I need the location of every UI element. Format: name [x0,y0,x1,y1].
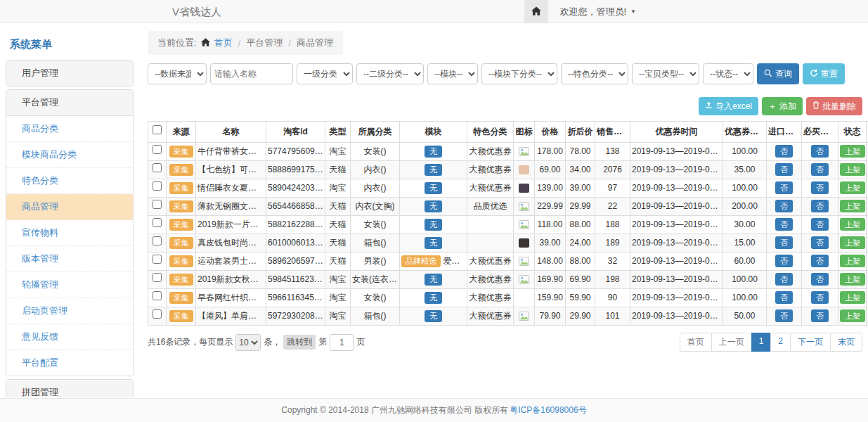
module-badge[interactable]: 无 [425,146,442,158]
pager-button[interactable]: 2 [770,333,791,352]
status-button[interactable]: 上架 [840,145,865,158]
import-toggle-button[interactable]: 否 [775,309,793,322]
module-badge[interactable]: 无 [425,274,442,286]
import-toggle-button[interactable]: 否 [775,145,793,158]
import-excel-button[interactable]: 导入excel [699,97,758,115]
module-badge[interactable]: 品牌精选 [401,255,441,267]
must-buy-toggle-button[interactable]: 否 [811,163,829,176]
sales-count-cell: 97 [595,179,630,198]
sidebar-item[interactable]: 版本管理 [6,246,133,272]
jump-button[interactable]: 跳转到 [283,335,316,350]
status-button[interactable]: 上架 [840,218,865,231]
must-buy-toggle-button[interactable]: 否 [811,273,829,286]
import-toggle-button[interactable]: 否 [775,200,793,212]
import-toggle-button[interactable]: 否 [775,236,793,249]
import-toggle-button[interactable]: 否 [775,255,793,267]
module-badge[interactable]: 无 [425,182,442,194]
must-buy-toggle-button[interactable]: 否 [811,291,829,304]
import-toggle-button[interactable]: 否 [775,181,793,194]
filter-select[interactable]: --二级分类-- [356,63,424,84]
sidebar-item[interactable]: 商品分类 [6,116,133,142]
must-buy-toggle-button[interactable]: 否 [811,145,829,158]
row-checkbox[interactable] [153,291,162,300]
sidebar-item[interactable]: 平台配置 [6,350,133,376]
page-size-select[interactable]: 10 [235,334,261,351]
filter-select[interactable]: --宝贝类型-- [632,63,699,84]
status-button[interactable]: 上架 [840,273,865,286]
footer: Copyright © 2014-2018 广州九驰网络科技有限公司 版权所有 … [0,398,868,422]
reset-button[interactable]: 重置 [803,63,845,84]
pager-button[interactable]: 1 [751,333,772,352]
taoke-id-cell: 598451162391 [266,271,325,289]
must-buy-toggle-button[interactable]: 否 [811,200,829,212]
pager-button[interactable]: 末页 [830,333,862,352]
sidebar-group[interactable]: 用户管理 [6,60,133,86]
sidebar-item[interactable]: 模块商品分类 [6,142,133,168]
add-button[interactable]: ＋ 添加 [762,97,803,115]
price-cell: 139.00 [535,179,566,198]
name-search-input[interactable] [210,63,293,84]
status-button[interactable]: 上架 [840,236,865,249]
must-buy-toggle-button[interactable]: 否 [811,255,829,267]
row-checkbox[interactable] [153,181,162,191]
import-toggle-button[interactable]: 否 [775,218,793,231]
module-badge[interactable]: 无 [425,164,442,176]
status-button[interactable]: 上架 [840,200,865,212]
import-toggle-button[interactable]: 否 [775,163,793,176]
module-badge[interactable]: 无 [425,200,442,212]
import-toggle-button[interactable]: 否 [775,291,793,304]
must-buy-toggle-button[interactable]: 否 [811,309,829,322]
batch-delete-button[interactable]: 批量删除 [806,97,862,115]
module-badge[interactable]: 无 [425,310,442,322]
status-button[interactable]: 上架 [840,163,865,176]
breadcrumb-home-link[interactable]: 首页 [214,37,233,49]
filter-select[interactable]: --特色分类-- [561,63,628,84]
row-checkbox[interactable] [153,200,162,209]
must-buy-toggle-button[interactable]: 否 [811,236,829,249]
row-checkbox[interactable] [153,273,162,282]
module-badge[interactable]: 无 [425,237,442,249]
module-badge[interactable]: 无 [425,219,442,231]
row-checkbox[interactable] [153,309,162,319]
query-button[interactable]: 查询 [757,63,799,84]
filter-select[interactable]: --模块下分类-- [481,63,557,84]
home-button[interactable] [524,0,548,23]
select-all-checkbox[interactable] [153,125,162,134]
sidebar-group[interactable]: 拼团管理 [6,380,133,397]
column-header: 所属分类 [351,122,400,143]
sidebar-item[interactable]: 商品管理 [6,194,133,220]
filter-select[interactable]: --状态-- [703,63,753,84]
status-button[interactable]: 上架 [840,309,865,322]
module-badge[interactable]: 无 [425,292,442,304]
filter-select[interactable]: 一级分类 [297,63,353,84]
must-buy-toggle-button[interactable]: 否 [811,218,829,231]
filter-select[interactable]: --模块-- [427,63,478,84]
source-cell: 采集 [167,252,196,271]
jump-page-input[interactable] [330,334,354,351]
icp-link[interactable]: 粤ICP备16098006号 [510,404,586,416]
sidebar-group[interactable]: 平台管理 [6,90,133,115]
row-checkbox[interactable] [153,218,162,227]
sidebar-item[interactable]: 轮播管理 [6,272,133,298]
row-checkbox[interactable] [153,145,162,154]
status-button[interactable]: 上架 [840,181,865,194]
must-buy-toggle-button[interactable]: 否 [811,181,829,194]
coupon-time-cell: 2019-09-13—2019-09-15 [630,252,723,271]
import-toggle-button[interactable]: 否 [775,273,793,286]
discount-price-cell: 29.90 [566,307,595,326]
status-button[interactable]: 上架 [840,255,865,267]
row-checkbox[interactable] [153,236,162,245]
taoke-id-cell: 596611634525 [266,289,325,307]
sidebar-item[interactable]: 宣传物料 [6,220,133,246]
status-button[interactable]: 上架 [840,291,865,304]
sidebar-item[interactable]: 特色分类 [6,168,133,194]
sidebar-item[interactable]: 意见反馈 [6,324,133,350]
discount-price-cell: 24.00 [566,234,595,252]
data-source-select[interactable]: --数据来源-- [148,63,207,84]
pager-button[interactable]: 下一页 [790,333,831,352]
user-menu[interactable]: 欢迎您，管理员! ▼ [548,0,868,23]
row-checkbox[interactable] [153,163,162,172]
row-checkbox[interactable] [153,255,162,264]
table-row: 采集【港风】单肩斜跨链条...597293020870淘宝箱包()无大额优惠券7… [148,307,868,326]
sidebar-item[interactable]: 启动页管理 [6,298,133,324]
